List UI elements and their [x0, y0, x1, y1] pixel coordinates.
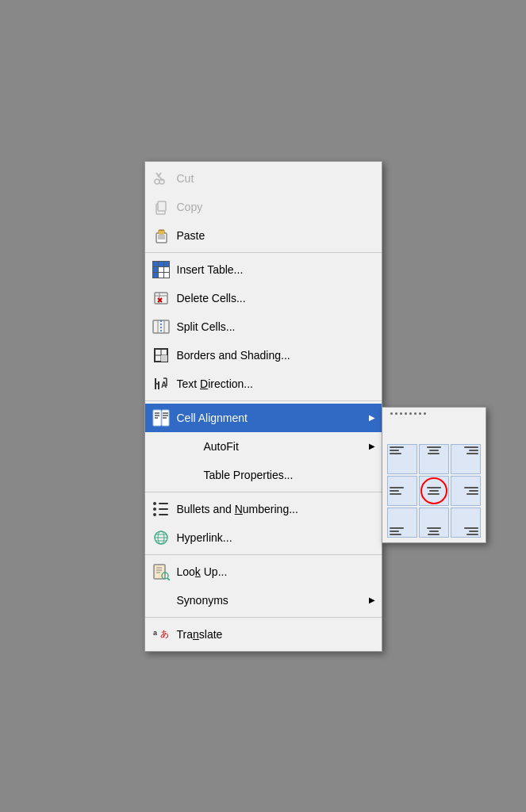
lookup-label: Look Up...: [177, 565, 375, 578]
align-top-center[interactable]: [419, 444, 449, 474]
autofit-icon: [177, 436, 199, 457]
dot: [424, 412, 426, 415]
dot: [395, 412, 397, 415]
cell-alignment-label: Cell Alignment: [177, 412, 369, 424]
svg-text:A: A: [161, 381, 167, 389]
table-properties-label: Table Properties...: [204, 469, 375, 481]
align-top-left[interactable]: [387, 444, 417, 474]
menu-item-lookup[interactable]: Look Up...: [145, 557, 382, 586]
dot: [400, 412, 402, 415]
dot: [390, 412, 393, 415]
insert-table-label: Insert Table...: [177, 263, 375, 276]
svg-rect-8: [159, 231, 164, 234]
menu-item-bullets-numbering[interactable]: Bullets and Numbering...: [145, 495, 382, 523]
menu-item-split-cells[interactable]: Split Cells...: [145, 312, 382, 341]
context-menu-wrapper: Cut Copy: [144, 161, 382, 652]
cell-alignment-submenu: [382, 407, 486, 543]
menu-item-text-direction[interactable]: A Text Direction...: [145, 370, 382, 398]
menu-item-autofit[interactable]: AutoFit ▶: [145, 432, 382, 461]
menu-item-translate[interactable]: a あ Translate: [145, 620, 382, 649]
dot: [414, 412, 417, 415]
text-direction-label: Text Direction...: [177, 377, 375, 390]
separator-4: [145, 554, 382, 555]
hyperlink-label: Hyperlink...: [177, 531, 375, 544]
separator-5: [145, 617, 382, 618]
copy-icon: [150, 197, 172, 217]
menu-item-insert-table[interactable]: Insert Table...: [145, 255, 382, 284]
svg-rect-5: [158, 201, 166, 211]
menu-item-table-properties[interactable]: Table Properties...: [145, 461, 382, 489]
delete-cells-label: Delete Cells...: [177, 292, 375, 304]
separator-2: [145, 400, 382, 401]
align-middle-center[interactable]: [419, 476, 449, 506]
bullets-numbering-label: Bullets and Numbering...: [177, 503, 375, 515]
cell-alignment-arrow: ▶: [369, 413, 375, 422]
split-cells-icon: [150, 316, 172, 337]
svg-rect-44: [154, 565, 165, 579]
delete-cells-icon: [150, 288, 172, 308]
copy-label: Copy: [177, 201, 375, 213]
align-top-right[interactable]: [451, 444, 481, 474]
translate-icon: a あ: [150, 624, 172, 645]
separator-1: [145, 252, 382, 253]
svg-text:a: a: [153, 629, 158, 637]
borders-shading-label: Borders and Shading...: [177, 349, 375, 362]
menu-item-borders-shading[interactable]: Borders and Shading...: [145, 341, 382, 370]
menu-item-synonyms[interactable]: Synonyms ▶: [145, 586, 382, 615]
translate-label: Translate: [177, 628, 375, 641]
cut-label: Cut: [177, 172, 375, 185]
menu-item-hyperlink[interactable]: Hyperlink...: [145, 523, 382, 552]
paste-label: Paste: [177, 229, 375, 242]
context-menu: Cut Copy: [144, 161, 382, 652]
hyperlink-icon: [150, 527, 172, 548]
menu-item-delete-cells[interactable]: Delete Cells...: [145, 284, 382, 312]
menu-item-copy[interactable]: Copy: [145, 193, 382, 221]
autofit-label: AutoFit: [204, 440, 369, 453]
svg-text:あ: あ: [160, 629, 169, 638]
synonyms-label: Synonyms: [177, 594, 369, 607]
table-properties-icon: [177, 465, 199, 485]
dot: [405, 412, 407, 415]
align-middle-right[interactable]: [451, 476, 481, 506]
bullets-numbering-icon: [150, 499, 172, 519]
align-middle-left[interactable]: [387, 476, 417, 506]
menu-item-cut[interactable]: Cut: [145, 164, 382, 193]
dot: [419, 412, 421, 415]
split-cells-label: Split Cells...: [177, 320, 375, 333]
cell-alignment-icon: [150, 408, 172, 428]
text-direction-icon: A: [150, 373, 172, 394]
svg-rect-6: [156, 233, 167, 243]
synonyms-arrow: ▶: [369, 596, 375, 604]
paste-icon: [150, 225, 172, 246]
align-bottom-center[interactable]: [419, 508, 449, 538]
svg-point-2: [155, 179, 159, 184]
dot: [409, 412, 412, 415]
svg-rect-24: [161, 355, 167, 362]
align-bottom-right[interactable]: [451, 508, 481, 538]
autofit-arrow: ▶: [369, 442, 375, 450]
menu-item-paste[interactable]: Paste: [145, 221, 382, 250]
insert-table-icon: [150, 259, 172, 280]
align-bottom-left[interactable]: [387, 508, 417, 538]
lookup-icon: [150, 561, 172, 582]
borders-shading-icon: [150, 345, 172, 366]
synonyms-icon: [150, 590, 172, 611]
separator-3: [145, 492, 382, 492]
svg-line-46: [167, 578, 170, 580]
menu-item-cell-alignment[interactable]: Cell Alignment ▶: [145, 404, 382, 432]
scissors-icon: [150, 168, 172, 189]
